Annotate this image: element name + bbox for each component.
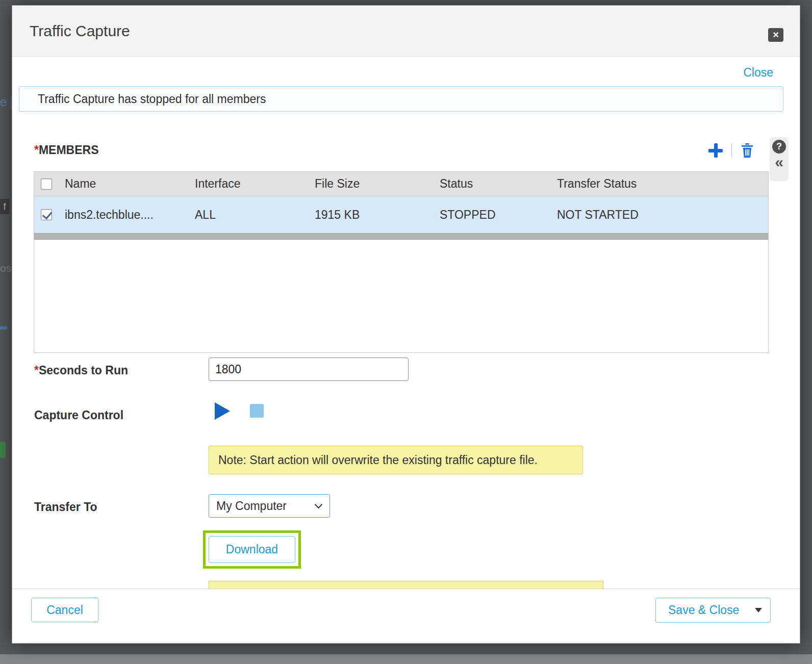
horizontal-scrollbar[interactable] — [34, 233, 768, 240]
background-page-fragment: f — [0, 199, 9, 214]
members-section-label: *MEMBERS — [34, 143, 99, 157]
side-utility-tab: ? « — [770, 137, 789, 181]
screen: e | f os Traffic Capture × Close Traffic… — [0, 0, 812, 664]
table-row[interactable]: ibns2.techblue.... ALL 1915 KB STOPPED N… — [34, 196, 768, 233]
save-close-label: Save & Close — [668, 603, 739, 617]
help-icon[interactable]: ? — [772, 140, 786, 154]
select-all-checkbox[interactable] — [41, 178, 52, 190]
dialog-footer: Cancel Save & Close — [12, 589, 800, 643]
close-icon[interactable]: × — [768, 28, 783, 42]
seconds-to-run-label: *Seconds to Run — [34, 364, 128, 377]
stop-capture-icon[interactable] — [250, 404, 264, 418]
background-page-fragment — [0, 326, 7, 329]
toolbar-divider — [731, 144, 732, 157]
transfer-to-value: My Computer — [216, 499, 287, 513]
status-banner-text: Traffic Capture has stopped for all memb… — [38, 92, 266, 106]
chevron-down-icon — [315, 501, 323, 509]
cell-transfer-status: NOT STARTED — [549, 208, 768, 222]
background-page-bottom — [0, 654, 812, 664]
column-header-status[interactable]: Status — [432, 177, 549, 191]
column-header-transfer-status[interactable]: Transfer Status — [549, 177, 768, 191]
cell-file-size: 1915 KB — [307, 208, 432, 222]
seconds-to-run-input[interactable] — [209, 357, 409, 381]
transfer-to-label: Transfer To — [34, 500, 97, 514]
save-close-caret-icon — [755, 608, 762, 612]
row-checkbox[interactable] — [41, 209, 52, 220]
save-close-button[interactable]: Save & Close — [655, 598, 771, 623]
cancel-button[interactable]: Cancel — [31, 598, 98, 622]
background-page-fragment: os — [0, 262, 11, 274]
background-page-fragment — [0, 442, 6, 458]
capture-control-label: Capture Control — [34, 408, 123, 422]
download-button[interactable]: Download — [209, 536, 295, 563]
overwrite-note: Note: Start action will overwrite the ex… — [209, 446, 583, 474]
row-checkbox-cell — [34, 209, 57, 220]
column-header-file-size[interactable]: File Size — [307, 177, 432, 191]
table-header-row: Name Interface File Size Status Transfer… — [34, 172, 768, 196]
cell-name: ibns2.techblue.... — [57, 208, 187, 222]
start-capture-icon[interactable] — [215, 402, 230, 420]
status-banner: Traffic Capture has stopped for all memb… — [19, 86, 783, 112]
members-table: Name Interface File Size Status Transfer… — [34, 171, 769, 353]
cell-interface: ALL — [187, 208, 307, 222]
page-title: Traffic Capture — [30, 6, 130, 57]
close-link[interactable]: Close — [743, 66, 773, 80]
select-all-cell — [34, 178, 57, 190]
add-member-icon[interactable] — [708, 143, 723, 158]
cell-status: STOPPED — [432, 208, 549, 222]
required-asterisk: * — [34, 143, 39, 157]
column-header-name[interactable]: Name — [57, 177, 187, 191]
transfer-to-dropdown[interactable]: My Computer — [209, 494, 330, 518]
required-asterisk: * — [34, 364, 39, 377]
column-header-interface[interactable]: Interface — [187, 177, 307, 191]
dialog-header: Traffic Capture × — [12, 6, 800, 57]
collapse-panel-icon[interactable]: « — [775, 154, 783, 171]
delete-member-icon[interactable] — [741, 143, 754, 158]
traffic-capture-dialog: Traffic Capture × Close Traffic Capture … — [12, 5, 800, 644]
members-toolbar — [708, 141, 754, 160]
